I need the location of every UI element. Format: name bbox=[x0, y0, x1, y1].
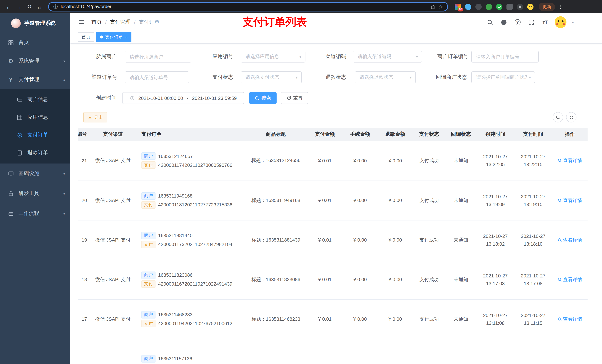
toggle-search-button[interactable] bbox=[553, 112, 563, 123]
font-size-icon[interactable]: тT bbox=[541, 18, 549, 26]
url-bar[interactable]: ⓘ localhost:1024/pay/order ☆ bbox=[48, 2, 448, 11]
extensions-pin-icon[interactable] bbox=[517, 3, 523, 10]
pay-tag: 支付 bbox=[141, 320, 155, 327]
briefcase-icon bbox=[7, 211, 14, 216]
reload-icon[interactable]: ↻ bbox=[24, 2, 34, 11]
create-time-range[interactable]: 2021-10-01 00:00:00 - 2021-10-31 23:59:5… bbox=[122, 92, 244, 104]
sidebar-item-system[interactable]: ⚙ 系统管理 ▾ bbox=[0, 52, 70, 70]
create-time: 2021-10-2713:11:08 bbox=[476, 299, 514, 339]
bookmark-star-icon[interactable]: ☆ bbox=[439, 4, 443, 10]
refund-status-select[interactable]: 请选择退款状态 ▾ bbox=[355, 71, 416, 83]
sidebar-item-home[interactable]: 首页 bbox=[0, 33, 70, 52]
chevron-down-icon: ▾ bbox=[416, 54, 418, 59]
help-icon[interactable]: ? bbox=[514, 18, 522, 26]
merchant-tag: 商户 bbox=[141, 192, 155, 199]
extension-icon[interactable] bbox=[465, 3, 471, 10]
sidebar-item-infra[interactable]: 基础设施 ▾ bbox=[0, 164, 70, 184]
github-icon[interactable] bbox=[500, 18, 508, 26]
col-status: 支付状态 bbox=[413, 128, 445, 141]
extension-icon[interactable]: 10 bbox=[455, 3, 461, 10]
user-avatar[interactable] bbox=[555, 16, 567, 28]
channel-order-no-filter-label: 渠道订单号 bbox=[91, 74, 117, 81]
sidebar-item-merchant-info[interactable]: 商户信息 bbox=[0, 91, 70, 108]
export-button[interactable]: 导出 bbox=[83, 112, 107, 123]
pay-status-select[interactable]: 请选择支付状态 ▾ bbox=[241, 71, 302, 83]
col-action: 操作 bbox=[552, 128, 588, 141]
app-logo[interactable]: 芋道管理系统 bbox=[0, 13, 70, 33]
sidebar-item-refund-order[interactable]: 退款订单 bbox=[0, 144, 70, 162]
notify-status: 未通知 bbox=[445, 220, 476, 260]
pay-order-no: 4200001181202110277723215336 bbox=[158, 202, 232, 208]
fullscreen-icon[interactable] bbox=[527, 18, 535, 26]
pay-order-cell: 商户1635311881440 支付4200001173202110272847… bbox=[137, 220, 244, 260]
extension-icon[interactable] bbox=[486, 3, 492, 10]
avatar-caret-icon[interactable]: ▾ bbox=[572, 20, 574, 24]
breadcrumb-section[interactable]: 支付管理 bbox=[110, 19, 131, 25]
tab-label: 首页 bbox=[81, 34, 90, 40]
sidebar-item-workflow[interactable]: 工作流程 ▾ bbox=[0, 203, 70, 223]
breadcrumb-home[interactable]: 首页 bbox=[91, 19, 102, 25]
page-content: 所属商户 应用编号 请选择应用信息 ▾ 渠道编码 请输入渠道编码 ▾ bbox=[70, 44, 602, 364]
view-detail-link[interactable]: 查看详情 bbox=[557, 197, 582, 204]
col-refund: 退款金额 bbox=[378, 128, 413, 141]
breadcrumb-separator: / bbox=[134, 19, 136, 25]
refund-amount: ¥ 0.00 bbox=[378, 260, 413, 299]
sidebar-item-payment[interactable]: ¥ 支付管理 ▴ bbox=[0, 70, 70, 89]
search-icon[interactable] bbox=[486, 18, 494, 26]
sidebar-item-app-info[interactable]: 应用信息 bbox=[0, 108, 70, 126]
app-filter-select[interactable]: 请选择应用信息 ▾ bbox=[241, 51, 305, 62]
view-detail-link[interactable]: 查看详情 bbox=[557, 316, 582, 322]
reset-button[interactable]: 重置 bbox=[281, 92, 308, 104]
channel-order-no-input[interactable] bbox=[125, 71, 189, 83]
browser-update-button[interactable]: 更新 bbox=[539, 2, 555, 11]
notify-status-filter-label: 回调商户状态 bbox=[435, 74, 467, 81]
refresh-button[interactable] bbox=[566, 112, 576, 123]
hamburger-icon[interactable] bbox=[77, 17, 86, 27]
pay-time: 2021-10-2713:11:15 bbox=[514, 299, 552, 339]
url-text[interactable]: localhost:1024/pay/order bbox=[61, 4, 428, 9]
merchant-order-no: 1635311468233 bbox=[158, 312, 193, 317]
notify-status-select[interactable]: 请选择订单回调商户状态 ▾ bbox=[471, 71, 535, 83]
extension-icon[interactable] bbox=[506, 3, 513, 10]
grid-icon bbox=[16, 114, 23, 120]
browser-menu-icon[interactable]: ⋮ bbox=[558, 4, 563, 10]
view-detail-link[interactable]: 查看详情 bbox=[557, 237, 582, 243]
sidebar-item-label: 支付订单 bbox=[27, 132, 70, 138]
pay-status: 支付成功 bbox=[413, 260, 445, 299]
sidebar-item-dev-tools[interactable]: 研发工具 ▾ bbox=[0, 184, 70, 203]
order-id: 19 bbox=[78, 220, 89, 260]
merchant-tag: 商户 bbox=[141, 232, 155, 239]
channel-code-filter-select[interactable]: 请输入渠道编码 ▾ bbox=[353, 51, 422, 62]
home-icon[interactable]: ⌂ bbox=[35, 2, 44, 11]
pay-time: 2021-10-2713:22:15 bbox=[514, 141, 552, 180]
merchant-filter-input[interactable] bbox=[125, 51, 191, 62]
tab-pay-order[interactable]: 支付订单 × bbox=[96, 32, 131, 42]
create-time: 2021-10-2713:22:05 bbox=[476, 141, 514, 180]
extension-icon[interactable] bbox=[475, 3, 482, 10]
chevron-down-icon: ▾ bbox=[63, 211, 65, 216]
profile-avatar-icon[interactable] bbox=[527, 3, 534, 10]
back-icon[interactable]: ← bbox=[4, 2, 13, 11]
pay-channel: 微信 JSAPI 支付 bbox=[89, 180, 137, 220]
notify-status: 未通知 bbox=[445, 299, 476, 339]
share-icon[interactable] bbox=[430, 4, 436, 9]
close-icon[interactable]: × bbox=[125, 35, 128, 39]
chevron-up-icon: ▴ bbox=[63, 77, 65, 82]
view-detail-link[interactable]: 查看详情 bbox=[557, 276, 582, 283]
search-button[interactable]: 搜索 bbox=[249, 92, 277, 104]
tags-view-bar: 首页 支付订单 × bbox=[70, 31, 602, 44]
extension-icon[interactable] bbox=[496, 3, 502, 10]
forward-icon[interactable]: → bbox=[14, 2, 24, 11]
view-detail-link[interactable]: 查看详情 bbox=[557, 157, 582, 164]
breadcrumb: 首页 / 支付管理 / 支付订单 bbox=[91, 19, 160, 25]
merchant-order-no-input[interactable] bbox=[471, 51, 539, 62]
sidebar-item-pay-order[interactable]: 支付订单 bbox=[0, 126, 70, 144]
create-time: 2021-10-2713:18:02 bbox=[476, 220, 514, 260]
pay-order-no: 4200001167202110271022491439 bbox=[158, 281, 232, 287]
tab-home[interactable]: 首页 bbox=[78, 32, 94, 42]
order-id: 18 bbox=[78, 260, 89, 299]
pay-order-cell: 商户1635311823086 支付4200001167202110271022… bbox=[137, 260, 244, 299]
lock-icon bbox=[7, 191, 14, 196]
site-info-icon[interactable]: ⓘ bbox=[53, 3, 58, 10]
table-row: 19 微信 JSAPI 支付 商户1635311881440 支付4200001… bbox=[78, 220, 588, 260]
